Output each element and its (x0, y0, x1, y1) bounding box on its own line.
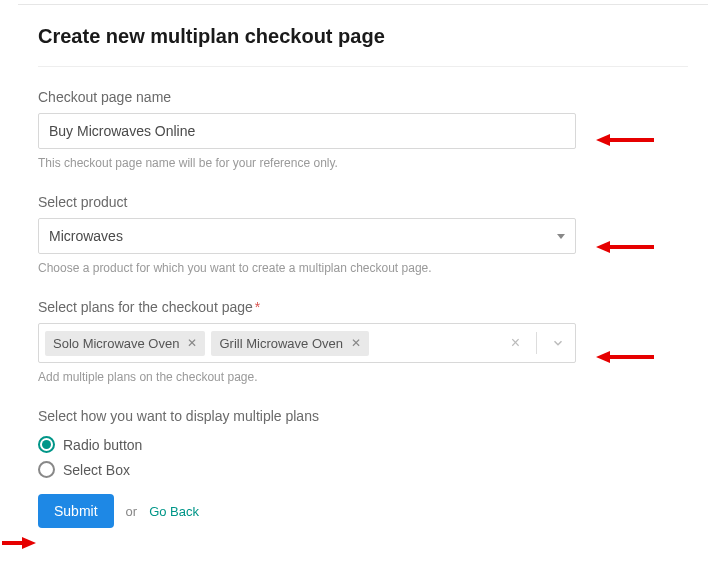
goback-link[interactable]: Go Back (149, 504, 199, 519)
checkout-name-label: Checkout page name (38, 89, 688, 105)
plan-chip: Solo Microwave Oven ✕ (45, 331, 205, 356)
plans-help: Add multiple plans on the checkout page. (38, 370, 688, 384)
chip-remove-icon[interactable]: ✕ (187, 337, 197, 349)
radio-option-radiobutton[interactable]: Radio button (38, 436, 688, 453)
submit-button[interactable]: Submit (38, 494, 114, 528)
plan-chip-label: Solo Microwave Oven (53, 336, 179, 351)
radio-icon (38, 436, 55, 453)
radio-option-selectbox[interactable]: Select Box (38, 461, 688, 478)
clear-all-icon[interactable]: × (505, 334, 526, 352)
display-group: Select how you want to display multiple … (38, 408, 688, 478)
plans-multiselect[interactable]: Solo Microwave Oven ✕ Grill Microwave Ov… (38, 323, 576, 363)
svg-marker-7 (22, 537, 36, 549)
action-row: Submit or Go Back (38, 494, 688, 528)
display-label: Select how you want to display multiple … (38, 408, 688, 424)
required-indicator: * (255, 299, 260, 315)
radio-icon (38, 461, 55, 478)
radio-label-text: Select Box (63, 462, 130, 478)
plans-group: Select plans for the checkout page* Solo… (38, 299, 688, 384)
plans-label: Select plans for the checkout page* (38, 299, 688, 315)
checkout-name-group: Checkout page name This checkout page na… (38, 89, 688, 170)
chip-remove-icon[interactable]: ✕ (351, 337, 361, 349)
separator (536, 332, 537, 354)
plan-chip-label: Grill Microwave Oven (219, 336, 343, 351)
page-title: Create new multiplan checkout page (38, 25, 688, 67)
plan-chip: Grill Microwave Oven ✕ (211, 331, 369, 356)
caret-down-icon (557, 234, 565, 239)
checkout-name-help: This checkout page name will be for your… (38, 156, 688, 170)
checkout-name-input[interactable] (38, 113, 576, 149)
product-select[interactable]: Microwaves (38, 218, 576, 254)
radio-label-text: Radio button (63, 437, 142, 453)
annotation-arrow-icon (2, 533, 36, 553)
product-help: Choose a product for which you want to c… (38, 261, 688, 275)
product-value: Microwaves (49, 228, 123, 244)
product-group: Select product Microwaves Choose a produ… (38, 194, 688, 275)
chevron-down-icon[interactable] (547, 336, 569, 350)
product-label: Select product (38, 194, 688, 210)
or-text: or (126, 504, 138, 519)
